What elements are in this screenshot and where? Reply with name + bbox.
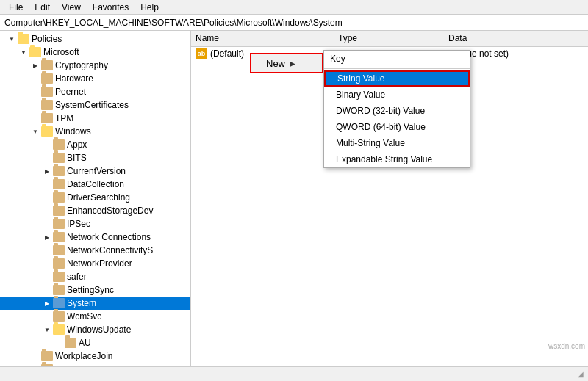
submenu-label-key: Key [330, 54, 345, 64]
expand-icon-windows: ▼ [29, 126, 41, 137]
submenu-item-dword-value[interactable]: DWORD (32-bit) Value [324, 103, 470, 119]
expand-icon-networkconnectivitys [41, 244, 53, 256]
folder-icon-cryptography [41, 60, 53, 70]
tree-item-safer[interactable]: safer [0, 270, 190, 283]
col-header-type: Type [338, 33, 448, 44]
submenu-label-multi-string: Multi-String Value [336, 138, 405, 148]
expand-icon-systemcerts [29, 99, 41, 111]
tree-item-system[interactable]: ▶ System [0, 297, 190, 310]
resize-handle[interactable]: ◢ [578, 370, 584, 378]
folder-icon-system [53, 298, 65, 308]
tree-item-appx[interactable]: Appx [0, 138, 190, 151]
main-content: ▼ Policies ▼ Microsoft ▶ Cryptography Ha… [0, 31, 588, 366]
tree-item-windows[interactable]: ▼ Windows [0, 125, 190, 138]
submenu: Key String Value Binary Value DWORD (32-… [323, 50, 470, 168]
folder-icon-tpm [41, 113, 53, 123]
submenu-label-binary-value: Binary Value [336, 90, 385, 100]
folder-icon-windowsupdate [53, 324, 65, 335]
menu-file[interactable]: File [3, 1, 29, 14]
statusbar: ◢ [0, 366, 588, 381]
tree-item-currentversion[interactable]: ▶ CurrentVersion [0, 164, 190, 178]
table-header: Name Type Data [191, 31, 588, 47]
tree-label-enhancedstoragedev: EnhancedStorageDev [67, 206, 153, 216]
tree-label-policies: Policies [32, 34, 62, 44]
new-button[interactable]: New ▶ [250, 53, 323, 73]
folder-icon-networkprovider [53, 258, 65, 269]
expand-icon-policies: ▼ [6, 33, 18, 45]
tree-item-wcmsvc[interactable]: WcmSvc [0, 310, 190, 323]
tree-label-systemcerts: SystemCertificates [55, 100, 129, 110]
tree-item-bits[interactable]: BITS [0, 151, 190, 164]
tree-item-policies[interactable]: ▼ Policies [0, 32, 190, 46]
expand-icon-bits [41, 152, 53, 164]
tree-label-networkprovider: NetworkProvider [67, 258, 132, 269]
new-button-label: New [266, 58, 285, 69]
expand-icon-hardware [29, 73, 41, 84]
tree-label-driversearching: DriverSearching [67, 192, 130, 203]
tree-label-datacollection: DataCollection [67, 179, 124, 189]
tree-label-networkconnectivitys: NetworkConnectivityS [67, 245, 153, 255]
folder-icon-au [65, 338, 76, 348]
tree-label-peernet: Peernet [55, 87, 86, 97]
tree-item-workplacejoin[interactable]: WorkplaceJoin [0, 349, 190, 363]
tree-item-networkprovider[interactable]: NetworkProvider [0, 257, 190, 270]
tree-item-settingsync[interactable]: SettingSync [0, 283, 190, 297]
submenu-item-qword-value[interactable]: QWORD (64-bit) Value [324, 119, 470, 135]
expand-icon-driversearching [41, 192, 53, 203]
expand-icon-currentversion: ▶ [41, 165, 53, 177]
folder-icon-policies [18, 34, 29, 44]
menu-edit[interactable]: Edit [29, 1, 56, 14]
col-header-data: Data [448, 33, 588, 44]
tree-label-au: AU [79, 338, 91, 348]
submenu-item-binary-value[interactable]: Binary Value [324, 87, 470, 103]
tree-item-networkconnections[interactable]: ▶ Network Connections [0, 231, 190, 244]
tree-item-au[interactable]: AU [0, 336, 190, 349]
expand-icon-safer [41, 271, 53, 283]
folder-icon-appx [53, 139, 65, 150]
folder-icon-currentversion [53, 166, 65, 176]
tree-label-currentversion: CurrentVersion [67, 166, 126, 176]
tree-label-workplacejoin: WorkplaceJoin [55, 351, 112, 361]
new-button-arrow: ▶ [290, 59, 295, 68]
expand-icon-wcmsvc [41, 311, 53, 322]
expand-icon-tpm [29, 112, 41, 124]
submenu-item-key[interactable]: Key [324, 51, 470, 67]
submenu-item-string-value[interactable]: String Value [324, 70, 470, 87]
expand-icon-appx [41, 139, 53, 150]
folder-icon-datacollection [53, 179, 65, 189]
tree-item-driversearching[interactable]: DriverSearching [0, 191, 190, 204]
menu-favorites[interactable]: Favorites [87, 1, 135, 14]
folder-icon-peernet [41, 87, 53, 97]
tree-item-hardware[interactable]: Hardware [0, 72, 190, 85]
folder-icon-wcmsvc [53, 311, 65, 322]
menu-help[interactable]: Help [135, 1, 165, 14]
right-panel: Name Type Data ab (Default) REG_SZ (valu… [191, 31, 588, 366]
submenu-label-qword-value: QWORD (64-bit) Value [336, 122, 426, 132]
folder-icon-bits [53, 153, 65, 163]
tree-item-ipsec[interactable]: IPSec [0, 217, 190, 231]
tree-label-windows: Windows [55, 126, 91, 137]
folder-icon-wsdapi [41, 364, 53, 366]
tree-item-windowsupdate[interactable]: ▼ WindowsUpdate [0, 323, 190, 336]
folder-icon-hardware [41, 73, 53, 84]
tree-item-tpm[interactable]: TPM [0, 112, 190, 125]
tree-item-enhancedstoragedev[interactable]: EnhancedStorageDev [0, 204, 190, 217]
tree-item-networkconnectivitys[interactable]: NetworkConnectivityS [0, 244, 190, 257]
expand-icon-peernet [29, 86, 41, 98]
tree-item-peernet[interactable]: Peernet [0, 85, 190, 98]
expand-icon-networkconnections: ▶ [41, 231, 53, 243]
tree-item-cryptography[interactable]: ▶ Cryptography [0, 59, 190, 72]
folder-icon-microsoft [29, 47, 41, 57]
tree-item-microsoft[interactable]: ▼ Microsoft [0, 46, 190, 59]
submenu-item-expandable-string[interactable]: Expandable String Value [324, 151, 470, 167]
col-header-name: Name [191, 33, 338, 44]
expand-icon-au [53, 337, 65, 349]
tree-item-systemcertificates[interactable]: SystemCertificates [0, 98, 190, 112]
tree-label-settingsync: SettingSync [67, 285, 114, 295]
submenu-item-multi-string[interactable]: Multi-String Value [324, 135, 470, 151]
tree-item-datacollection[interactable]: DataCollection [0, 178, 190, 191]
menu-view[interactable]: View [56, 1, 87, 14]
tree-label-hardware: Hardware [55, 73, 93, 84]
tree-label-microsoft: Microsoft [43, 47, 79, 57]
tree-panel[interactable]: ▼ Policies ▼ Microsoft ▶ Cryptography Ha… [0, 31, 191, 366]
